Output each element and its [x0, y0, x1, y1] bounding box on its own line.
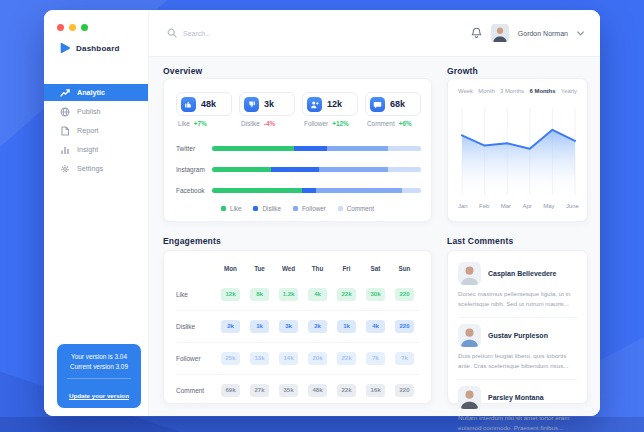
table-cell: 16k [366, 384, 385, 397]
sidebar-item-label: Analytic [77, 88, 105, 97]
comment-icon [370, 97, 385, 112]
table-cell: 4k [308, 288, 327, 301]
search-input[interactable] [183, 30, 343, 37]
table-row-dislike: Dislike 2k 1k 3k 2k 1k 4k 220 [176, 313, 419, 339]
top-bar: Gordon Norman [148, 10, 600, 57]
table-cell: 25k [221, 352, 240, 365]
report-icon [60, 126, 70, 136]
close-button[interactable] [57, 24, 64, 31]
stat-label: Follower [304, 120, 328, 127]
commenter-name: Gustav Purpleson [488, 332, 548, 339]
tab-month[interactable]: Month [478, 88, 494, 94]
table-cell: 2k [221, 320, 240, 333]
app-window: Dashboard Analytic Publish [44, 10, 600, 416]
globe-icon [60, 107, 70, 117]
commenter-avatar [458, 324, 481, 347]
thumbs-up-icon [181, 97, 196, 112]
bar-chart-icon [60, 145, 70, 155]
table-cell: 1k [250, 320, 269, 333]
user-avatar [491, 24, 509, 42]
trending-up-icon [60, 88, 70, 98]
commenter-name: Parsley Montana [488, 394, 544, 401]
sidebar: Dashboard Analytic Publish [44, 10, 148, 416]
overview-card: 48k Like +7% 3k Dislike [163, 78, 432, 222]
table-cell: 22k [337, 288, 356, 301]
update-version-link[interactable]: Update your version [69, 392, 129, 399]
legend-item: Dislike [253, 205, 281, 212]
engagements-header-row: MonTue WedThu FriSat Sun [176, 259, 419, 277]
stat-follower: 12k Follower +12% [302, 92, 358, 127]
table-cell: 1.2k [279, 288, 298, 301]
logo-label: Dashboard [76, 44, 120, 53]
table-cell: 13k [250, 352, 269, 365]
chevron-down-icon[interactable] [577, 31, 584, 36]
sidebar-item-analytic[interactable]: Analytic [44, 84, 148, 101]
growth-chart [458, 104, 579, 197]
version-latest: Current version 3.09 [61, 362, 137, 372]
table-cell: 14k [279, 352, 298, 365]
growth-x-axis: JanFeb MarApr MayJune [458, 203, 579, 209]
stat-delta: -4% [264, 120, 275, 127]
sidebar-item-publish[interactable]: Publish [44, 102, 148, 121]
stat-label: Dislike [241, 120, 260, 127]
table-cell: 8k [250, 288, 269, 301]
stat-label: Comment [367, 120, 395, 127]
minimize-button[interactable] [69, 24, 76, 31]
maximize-button[interactable] [81, 24, 88, 31]
thumbs-down-icon [244, 97, 259, 112]
sidebar-item-settings[interactable]: Settings [44, 159, 148, 178]
engagements-card: MonTue WedThu FriSat Sun Like 12k 8k 1.2… [163, 250, 432, 404]
search-bar[interactable] [167, 28, 471, 38]
commenter-avatar [458, 262, 481, 285]
platform-bar-instagram: Instagram [176, 163, 421, 175]
divider [458, 317, 577, 318]
platform-label: Facebook [176, 187, 212, 194]
bar-legend: Like Dislike Follower Comment [164, 205, 431, 212]
sidebar-item-insight[interactable]: Insight [44, 140, 148, 159]
tab-6-months[interactable]: 6 Months [530, 88, 556, 94]
legend-item: Like [221, 205, 242, 212]
gear-icon [60, 164, 70, 174]
table-cell: 12k [221, 288, 240, 301]
divider [176, 310, 419, 311]
divider [176, 374, 419, 375]
header-actions: Gordon Norman [471, 24, 584, 42]
tab-3-months[interactable]: 3 Months [500, 88, 524, 94]
platform-label: Instagram [176, 166, 212, 173]
legend-item: Follower [293, 205, 326, 212]
stat-label: Like [178, 120, 190, 127]
comment-item: Gustav Purpleson Duis pretium feugiat li… [458, 322, 577, 375]
table-row-like: Like 12k 8k 1.2k 4k 22k 30k 220 [176, 281, 419, 307]
divider [458, 379, 577, 380]
window-controls [57, 24, 88, 31]
stat-value: 68k [390, 99, 405, 109]
commenter-avatar [458, 386, 481, 409]
table-cell: 7k [366, 352, 385, 365]
table-cell: 35k [279, 384, 298, 397]
stat-value: 48k [201, 99, 216, 109]
stat-comment: 68k Comment +6% [365, 92, 421, 127]
last-comments-card: Caspian Bellevedere Donec maximus pellen… [447, 250, 588, 404]
sidebar-item-label: Publish [77, 107, 101, 116]
growth-title: Growth [447, 66, 478, 76]
tab-week[interactable]: Week [458, 88, 473, 94]
sidebar-item-report[interactable]: Report [44, 121, 148, 140]
overview-title: Overview [163, 66, 202, 76]
stat-dislike: 3k Dislike -4% [239, 92, 295, 127]
divider [67, 378, 131, 379]
table-cell: 2k [308, 320, 327, 333]
sidebar-item-label: Settings [77, 164, 103, 173]
table-cell: 220 [395, 288, 414, 301]
sidebar-nav: Analytic Publish Report [44, 83, 148, 178]
bell-icon[interactable] [471, 27, 482, 39]
table-cell: 27k [250, 384, 269, 397]
platform-bar-facebook: Facebook [176, 184, 421, 196]
stacked-bar [212, 167, 421, 172]
comment-text: Nullam interdum nisi sit amet tortor era… [458, 413, 577, 432]
stat-value: 12k [327, 99, 342, 109]
tab-yearly[interactable]: Yearly [561, 88, 577, 94]
app-logo: Dashboard [59, 42, 120, 54]
table-row-comment: Comment 69k 27k 35k 48k 22k 16k 220 [176, 377, 419, 403]
comment-item: Caspian Bellevedere Donec maximus pellen… [458, 260, 577, 313]
platform-bar-twitter: Twitter [176, 142, 421, 154]
